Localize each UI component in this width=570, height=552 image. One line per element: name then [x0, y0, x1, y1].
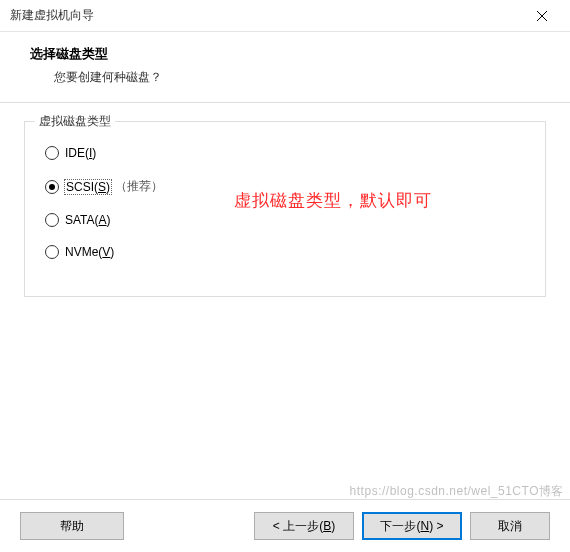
- wizard-header: 选择磁盘类型 您要创建何种磁盘？: [0, 32, 570, 102]
- radio-icon: [45, 245, 59, 259]
- radio-icon: [45, 146, 59, 160]
- group-legend: 虚拟磁盘类型: [35, 113, 115, 130]
- page-subtitle: 您要创建何种磁盘？: [30, 63, 542, 86]
- radio-label: IDE(I): [65, 146, 96, 160]
- annotation-text: 虚拟磁盘类型，默认即可: [234, 189, 432, 212]
- radio-label: SATA(A): [65, 213, 111, 227]
- radio-label: NVMe(V): [65, 245, 114, 259]
- cancel-button[interactable]: 取消: [470, 512, 550, 540]
- radio-ide[interactable]: IDE(I): [45, 146, 527, 160]
- radio-sata[interactable]: SATA(A): [45, 213, 527, 227]
- radio-icon: [45, 180, 59, 194]
- radio-label: SCSI(S): [65, 180, 111, 194]
- close-button[interactable]: [522, 2, 562, 30]
- page-title: 选择磁盘类型: [30, 46, 542, 63]
- title-bar: 新建虚拟机向导: [0, 0, 570, 32]
- radio-icon: [45, 213, 59, 227]
- recommend-label: （推荐）: [115, 178, 163, 195]
- help-button[interactable]: 帮助: [20, 512, 124, 540]
- button-bar: 帮助 < 上一步(B) 下一步(N) > 取消: [0, 500, 570, 552]
- back-button[interactable]: < 上一步(B): [254, 512, 354, 540]
- next-button[interactable]: 下一步(N) >: [362, 512, 462, 540]
- window-title: 新建虚拟机向导: [10, 7, 94, 24]
- close-icon: [537, 11, 547, 21]
- radio-nvme[interactable]: NVMe(V): [45, 245, 527, 259]
- content-area: 虚拟磁盘类型 IDE(I) SCSI(S) （推荐） SATA(A) NVMe(…: [0, 103, 570, 499]
